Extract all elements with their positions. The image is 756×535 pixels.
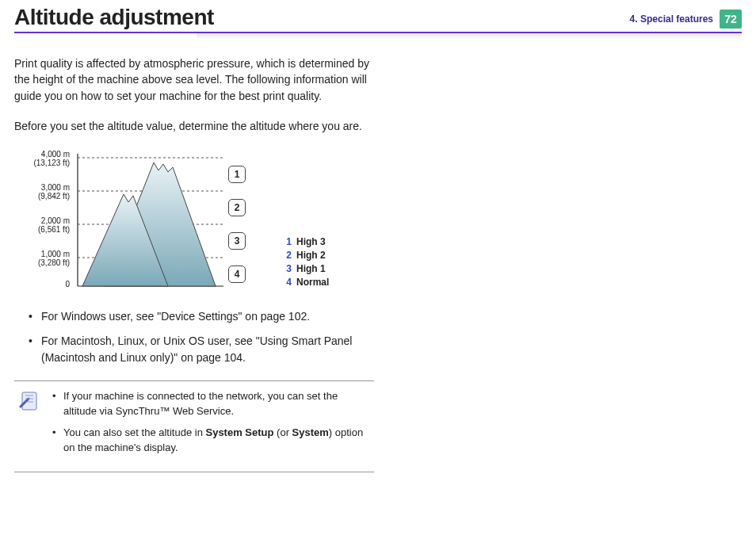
chapter-label: 4. Special features	[630, 13, 713, 25]
altitude-diagram: 4,000 m (13,123 ft) 3,000 m (9,842 ft) 2…	[22, 148, 355, 299]
note-icon	[17, 389, 43, 461]
note-item-1: If your machine is connected to the netw…	[51, 389, 371, 419]
altitude-label-0: 0	[22, 280, 70, 289]
bullet-windows: For Windows user, see "Device Settings" …	[25, 308, 374, 325]
intro-paragraph-2: Before you set the altitude value, deter…	[14, 118, 374, 134]
mountain-icon	[74, 151, 233, 290]
diagram-legend: 1 High 3 2 High 2 3 High 1 4 Normal	[284, 235, 329, 289]
header-shadow	[197, 33, 742, 40]
altitude-label-1000: 1,000 m (3,280 ft)	[22, 250, 70, 267]
altitude-label-4000: 4,000 m (13,123 ft)	[22, 150, 70, 167]
note-list: If your machine is connected to the netw…	[51, 389, 371, 461]
legend-row-4: 4 Normal	[284, 276, 329, 289]
legend-row-3: 3 High 1	[284, 262, 329, 276]
svg-rect-6	[22, 392, 36, 410]
altitude-label-2000: 2,000 m (6,561 ft)	[22, 216, 70, 234]
legend-row-1: 1 High 3	[284, 235, 329, 249]
marker-3: 3	[228, 232, 246, 250]
note-box: If your machine is connected to the netw…	[14, 380, 374, 472]
intro-paragraph-1: Print quality is affected by atmospheric…	[14, 55, 374, 104]
bullet-mac-linux: For Macintosh, Linux, or Unix OS user, s…	[25, 333, 374, 366]
content-column: Print quality is affected by atmospheric…	[0, 33, 388, 472]
altitude-label-3000: 3,000 m (9,842 ft)	[22, 183, 70, 201]
chapter-area: 4. Special features 72	[630, 10, 742, 29]
page-number-badge: 72	[720, 10, 742, 29]
marker-1: 1	[228, 166, 246, 183]
instruction-list: For Windows user, see "Device Settings" …	[25, 308, 374, 366]
marker-2: 2	[228, 199, 246, 216]
note-item-2: You can also set the altitude in System …	[51, 426, 371, 456]
legend-row-2: 2 High 2	[284, 249, 329, 262]
page-header: Altitude adjustment 4. Special features …	[14, 0, 742, 33]
marker-4: 4	[228, 266, 246, 283]
